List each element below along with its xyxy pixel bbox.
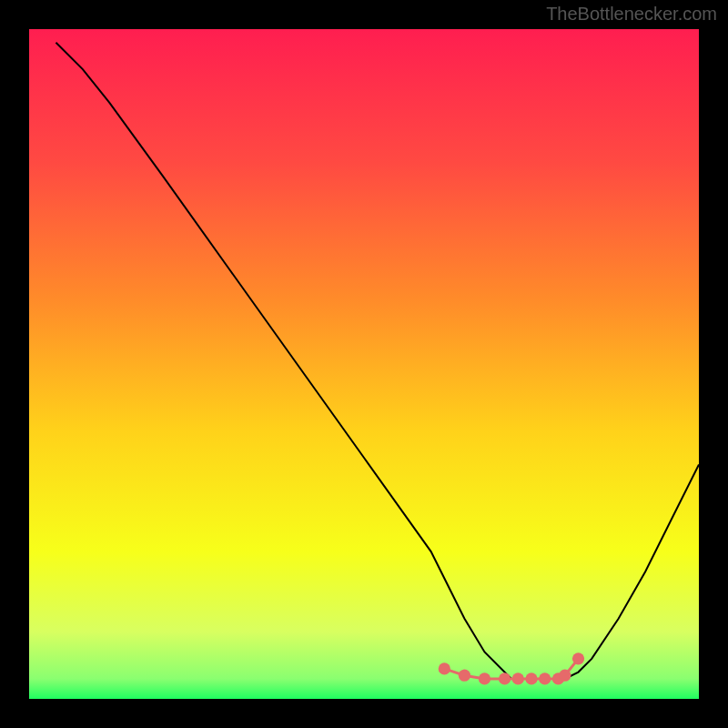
highlight-dot [479,672,490,684]
highlight-dot [539,672,551,684]
highlight-dot [559,670,571,682]
highlight-dot [499,672,511,684]
highlight-dot [512,672,524,684]
chart-curve-layer [29,29,699,699]
highlight-points [439,652,584,684]
highlight-dot [439,662,450,674]
watermark-text: TheBottlenecker.com [546,4,717,25]
highlight-dot [459,670,470,682]
highlight-dot [525,672,537,684]
bottleneck-curve [56,43,699,679]
highlight-dot [572,652,584,664]
chart-plot-area [29,29,699,699]
